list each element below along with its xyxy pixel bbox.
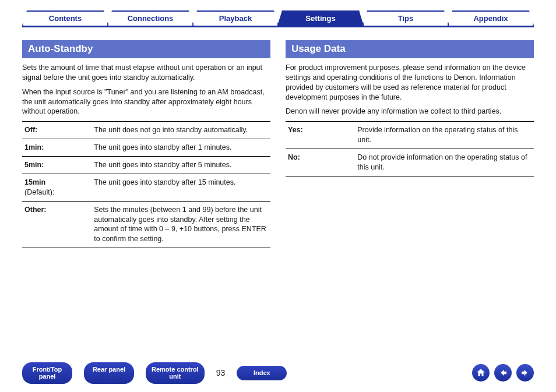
right-column: Usage Data For product improvement purpo… bbox=[286, 40, 534, 248]
table-row: Other:Sets the minutes (between 1 and 99… bbox=[22, 201, 270, 248]
option-key: 5min: bbox=[22, 157, 92, 174]
home-icon[interactable] bbox=[472, 364, 490, 382]
option-key: 15min(Default): bbox=[22, 174, 92, 201]
tab-playback[interactable]: Playback bbox=[192, 10, 279, 26]
section-title-auto-standby: Auto-Standby bbox=[22, 40, 270, 58]
usage-data-description-2: Denon will never provide any information… bbox=[286, 107, 534, 116]
tab-contents[interactable]: Contents bbox=[22, 10, 108, 26]
auto-standby-description-2: When the input source is "Tuner" and you… bbox=[22, 87, 270, 117]
option-description: The unit goes into standby after 15 minu… bbox=[92, 174, 270, 201]
option-key: Yes: bbox=[286, 122, 355, 149]
section-title-usage-data: Usage Data bbox=[286, 40, 534, 58]
manual-page: ContentsConnectionsPlaybackSettingsTipsA… bbox=[0, 0, 556, 392]
option-key: Off: bbox=[22, 122, 92, 139]
tab-appendix[interactable]: Appendix bbox=[448, 10, 534, 26]
top-tabs: ContentsConnectionsPlaybackSettingsTipsA… bbox=[22, 10, 534, 26]
option-description: Provide information on the operating sta… bbox=[355, 122, 534, 149]
auto-standby-description-1: Sets the amount of time that must elapse… bbox=[22, 63, 270, 83]
left-column: Auto-Standby Sets the amount of time tha… bbox=[22, 40, 270, 248]
tab-connections[interactable]: Connections bbox=[107, 10, 193, 26]
option-description: Sets the minutes (between 1 and 99) befo… bbox=[92, 201, 270, 248]
table-row: 15min(Default):The unit goes into standb… bbox=[22, 174, 270, 201]
table-row: 5min:The unit goes into standby after 5 … bbox=[22, 157, 270, 174]
option-description: The unit does not go into standby automa… bbox=[92, 122, 270, 139]
table-row: Off:The unit does not go into standby au… bbox=[22, 122, 270, 139]
option-key: 1min: bbox=[22, 139, 92, 157]
option-description: The unit goes into standby after 5 minut… bbox=[92, 157, 270, 174]
tab-settings[interactable]: Settings bbox=[277, 10, 364, 26]
option-description: The unit goes into standby after 1 minut… bbox=[92, 139, 270, 157]
usage-data-description-1: For product improvement purposes, please… bbox=[286, 63, 534, 103]
option-key: No: bbox=[286, 149, 355, 176]
prev-arrow-icon[interactable] bbox=[494, 364, 512, 382]
front-top-panel-link[interactable]: Front/Top panel bbox=[22, 362, 72, 384]
table-row: No:Do not provide information on the ope… bbox=[286, 149, 534, 176]
option-key: Other: bbox=[22, 201, 92, 248]
usage-data-options-table: Yes:Provide information on the operating… bbox=[286, 121, 534, 176]
tab-tips[interactable]: Tips bbox=[363, 10, 449, 26]
table-row: Yes:Provide information on the operating… bbox=[286, 122, 534, 149]
index-link[interactable]: Index bbox=[237, 366, 287, 380]
rear-panel-link[interactable]: Rear panel bbox=[84, 362, 134, 384]
table-row: 1min:The unit goes into standby after 1 … bbox=[22, 139, 270, 157]
next-arrow-icon[interactable] bbox=[516, 364, 534, 382]
remote-control-unit-link[interactable]: Remote control unit bbox=[146, 362, 205, 384]
page-number: 93 bbox=[216, 368, 226, 379]
footer-bar: Front/Top panelRear panelRemote control … bbox=[0, 362, 556, 384]
tab-underline bbox=[22, 26, 534, 27]
nav-icons bbox=[472, 364, 534, 382]
auto-standby-options-table: Off:The unit does not go into standby au… bbox=[22, 121, 270, 248]
option-description: Do not provide information on the operat… bbox=[355, 149, 534, 176]
